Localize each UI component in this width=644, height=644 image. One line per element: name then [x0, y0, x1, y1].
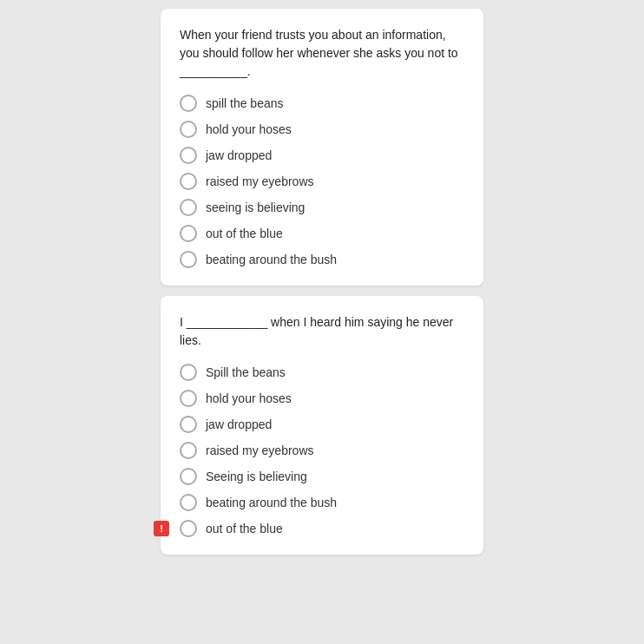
- radio-button-2-5[interactable]: [180, 468, 197, 485]
- radio-button-1-2[interactable]: [180, 121, 197, 138]
- question-text-1: When your friend trusts you about an inf…: [180, 26, 464, 81]
- option-item-1-5[interactable]: seeing is believing: [180, 199, 305, 216]
- radio-button-2-4[interactable]: [180, 442, 197, 459]
- option-label-2-4: raised my eyebrows: [206, 444, 314, 457]
- option-label-1-5: seeing is believing: [206, 200, 305, 214]
- option-wrapper-2-4: raised my eyebrows: [180, 442, 464, 459]
- option-item-2-3[interactable]: jaw dropped: [180, 416, 272, 433]
- option-wrapper-2-5: Seeing is believing: [180, 468, 464, 485]
- option-label-1-6: out of the blue: [206, 227, 283, 240]
- option-wrapper-2-1: Spill the beans: [180, 364, 464, 381]
- option-item-2-7[interactable]: out of the blue: [180, 520, 283, 537]
- radio-button-1-6[interactable]: [180, 225, 197, 242]
- option-item-2-1[interactable]: Spill the beans: [180, 364, 286, 381]
- option-wrapper-1-3: jaw dropped: [180, 147, 464, 164]
- radio-button-1-7[interactable]: [180, 251, 197, 268]
- option-item-2-2[interactable]: hold your hoses: [180, 390, 292, 407]
- options-list-2: Spill the beanshold your hosesjaw droppe…: [180, 364, 464, 537]
- option-item-1-1[interactable]: spill the beans: [180, 95, 284, 112]
- option-item-1-4[interactable]: raised my eyebrows: [180, 173, 314, 190]
- radio-button-1-1[interactable]: [180, 95, 197, 112]
- radio-button-2-2[interactable]: [180, 390, 197, 407]
- option-wrapper-1-7: beating around the bush: [180, 251, 464, 268]
- option-wrapper-2-3: jaw dropped: [180, 416, 464, 433]
- option-item-2-4[interactable]: raised my eyebrows: [180, 442, 314, 459]
- radio-button-1-4[interactable]: [180, 173, 197, 190]
- radio-button-2-1[interactable]: [180, 364, 197, 381]
- options-list-1: spill the beanshold your hosesjaw droppe…: [180, 95, 464, 268]
- page-container: When your friend trusts you about an inf…: [0, 9, 644, 555]
- option-wrapper-2-2: hold your hoses: [180, 390, 464, 407]
- option-label-2-3: jaw dropped: [206, 417, 272, 431]
- question-card-1: When your friend trusts you about an inf…: [161, 9, 483, 286]
- option-item-2-6[interactable]: beating around the bush: [180, 494, 337, 511]
- option-label-1-2: hold your hoses: [206, 122, 292, 136]
- option-label-1-1: spill the beans: [206, 96, 284, 110]
- option-label-2-1: Spill the beans: [206, 365, 286, 379]
- option-item-1-6[interactable]: out of the blue: [180, 225, 283, 242]
- option-label-1-3: jaw dropped: [206, 148, 272, 162]
- radio-button-1-5[interactable]: [180, 199, 197, 216]
- option-label-1-4: raised my eyebrows: [206, 174, 314, 188]
- option-wrapper-1-6: out of the blue: [180, 225, 464, 242]
- radio-button-2-3[interactable]: [180, 416, 197, 433]
- option-label-2-5: Seeing is believing: [206, 470, 307, 483]
- error-badge: !: [154, 521, 169, 536]
- option-wrapper-1-5: seeing is believing: [180, 199, 464, 216]
- option-label-1-7: beating around the bush: [206, 253, 337, 266]
- option-item-1-7[interactable]: beating around the bush: [180, 251, 337, 268]
- option-item-1-2[interactable]: hold your hoses: [180, 121, 292, 138]
- radio-button-2-6[interactable]: [180, 494, 197, 511]
- option-wrapper-1-2: hold your hoses: [180, 121, 464, 138]
- question-text-2: I ____________ when I heard him saying h…: [180, 313, 464, 350]
- option-wrapper-2-7: !out of the blue: [180, 520, 464, 537]
- question-card-2: I ____________ when I heard him saying h…: [161, 296, 483, 555]
- option-label-2-6: beating around the bush: [206, 496, 337, 509]
- option-item-2-5[interactable]: Seeing is believing: [180, 468, 307, 485]
- option-label-2-2: hold your hoses: [206, 391, 292, 405]
- option-wrapper-2-6: beating around the bush: [180, 494, 464, 511]
- option-label-2-7: out of the blue: [206, 522, 283, 536]
- radio-button-1-3[interactable]: [180, 147, 197, 164]
- option-wrapper-1-4: raised my eyebrows: [180, 173, 464, 190]
- radio-button-2-7[interactable]: [180, 520, 197, 537]
- option-wrapper-1-1: spill the beans: [180, 95, 464, 112]
- option-item-1-3[interactable]: jaw dropped: [180, 147, 272, 164]
